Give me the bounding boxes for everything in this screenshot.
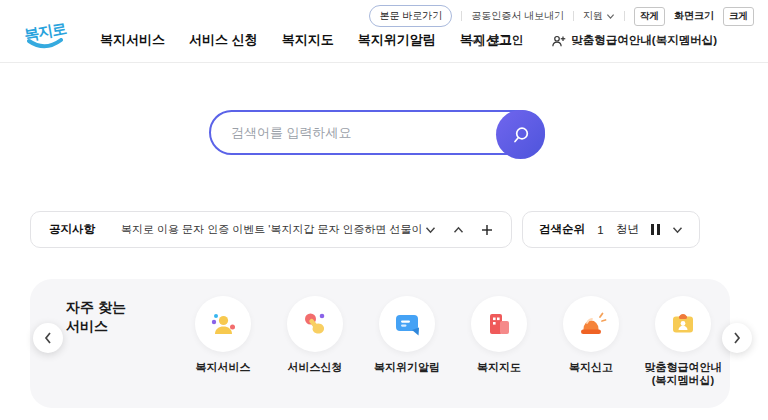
service-welfare-map[interactable]: 복지지도 [453,296,545,387]
divider [624,11,625,21]
icon-circle [563,296,619,352]
notice-prev-button[interactable] [453,226,464,234]
building-icon [483,308,515,340]
login-label: 로그인 [489,33,524,48]
notice-bar: 공지사항 복지로 이용 문자 인증 이벤트 '복지지갑 문자 인증하면 선물이 … [30,211,512,248]
ranking-expand-button[interactable] [672,226,683,234]
service-label: 복지위기알림 [374,361,440,374]
notice-message-link[interactable]: 복지로 이용 문자 인증 이벤트 '복지지갑 문자 인증하면 선물이 딱!' [121,222,425,237]
main-nav: 복지서비스 서비스 신청 복지지도 복지위기알림 복지신고 [100,31,512,49]
page: 본문 바로가기 공동인증서 내보내기 지원 작게 화면크기 크게 복지로 복지서… [0,0,768,420]
support-dropdown-label: 지원 [583,9,603,23]
header: 복지로 복지서비스 서비스 신청 복지지도 복지위기알림 복지신고 로그인 [0,22,768,62]
carousel-prev-button[interactable] [33,323,63,353]
service-label: 복지지도 [477,361,521,374]
logo-smile-icon [25,38,65,51]
divider [573,11,574,21]
chevron-down-icon [425,226,436,234]
screen-size-label: 화면크기 [674,9,714,23]
service-label: 복지서비스 [196,361,251,374]
search-ranking-widget: 검색순위 1 청년 [522,211,700,248]
notice-title: 공지사항 [49,222,95,237]
service-label: 복지신고 [569,361,613,374]
service-label-line1: 맞춤형급여안내 [645,361,722,374]
ranking-number: 1 [597,224,603,236]
carousel-next-button[interactable] [722,323,752,353]
login-icon [470,34,484,48]
nav-welfare-map[interactable]: 복지지도 [282,31,334,49]
siren-icon [575,308,607,340]
icon-circle [655,296,711,352]
nav-service-apply[interactable]: 서비스 신청 [189,31,258,49]
service-label-line2: (복지멤버십) [645,374,722,387]
panel-title: 자주 찾는 서비스 [66,298,126,336]
chevron-up-icon [453,226,464,234]
icon-circle [287,296,343,352]
service-label: 서비스신청 [288,361,343,374]
plus-icon [481,224,493,236]
service-shortcuts: 복지서비스 서비스신청 [177,296,729,387]
support-dropdown[interactable]: 지원 [583,9,615,23]
notice-controls [425,224,493,236]
clipboard-person-icon [667,308,699,340]
service-apply[interactable]: 서비스신청 [269,296,361,387]
panel-title-line2: 서비스 [66,317,126,336]
panel-title-line1: 자주 찾는 [66,298,126,317]
hand-click-icon [299,308,331,340]
search-input[interactable] [211,112,481,153]
nav-welfare-services[interactable]: 복지서비스 [100,31,165,49]
icon-circle [471,296,527,352]
chevron-down-icon [606,13,615,20]
notice-next-button[interactable] [425,226,436,234]
membership-button[interactable]: 맞춤형급여안내(복지멤버십) [551,33,717,48]
person-plus-icon [551,34,566,48]
membership-label: 맞춤형급여안내(복지멤버십) [571,33,717,48]
chevron-left-icon [43,331,53,345]
service-label: 맞춤형급여안내 (복지멤버십) [645,361,722,387]
chevron-down-icon [672,226,683,234]
icon-circle [379,296,435,352]
chat-bubble-icon [391,308,423,340]
ranking-title: 검색순위 [539,222,585,237]
ranking-keyword-link[interactable]: 청년 [616,222,639,237]
nav-crisis-alert[interactable]: 복지위기알림 [358,31,436,49]
service-welfare-report[interactable]: 복지신고 [545,296,637,387]
icon-circle [195,296,251,352]
notice-more-button[interactable] [481,224,493,236]
service-membership-guide[interactable]: 맞춤형급여안내 (복지멤버십) [637,296,729,387]
bokjiro-logo[interactable]: 복지로 [24,22,74,60]
certificate-export-link[interactable]: 공동인증서 내보내기 [471,9,564,23]
header-actions: 로그인 맞춤형급여안내(복지멤버십) [470,33,717,48]
login-button[interactable]: 로그인 [470,33,524,48]
frequent-services-panel: 자주 찾는 서비스 복지서비스 [30,279,730,408]
search-bar [209,110,545,155]
search-icon [511,125,531,145]
person-icon [207,308,239,340]
search-button[interactable] [496,110,545,159]
service-welfare-services[interactable]: 복지서비스 [177,296,269,387]
header-divider [0,62,768,63]
ranking-pause-button[interactable] [651,224,660,235]
divider [461,11,462,21]
service-crisis-alert[interactable]: 복지위기알림 [361,296,453,387]
chevron-right-icon [732,331,742,345]
